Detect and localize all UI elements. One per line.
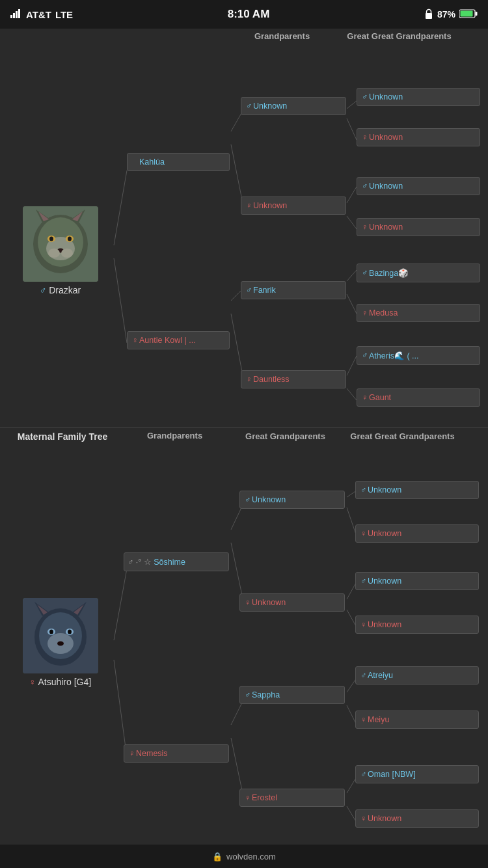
carrier-name: AT&T (26, 9, 51, 20)
mat-ggp2-label: Unknown (368, 529, 401, 538)
svg-line-17 (347, 216, 357, 229)
atreiyu-label: Atreiyu (368, 671, 393, 680)
ggp7-label: Atheris🌊 ( ... (369, 351, 418, 360)
drazkar-name: Drazkar (40, 285, 81, 295)
mat-ggp1-label: Unknown (368, 485, 401, 495)
mat-ggp4-label: Unknown (368, 620, 401, 629)
ggp3-unknown-male[interactable]: ♂ Unknown (357, 177, 480, 195)
gp4-label: Dauntless (253, 375, 290, 384)
svg-rect-7 (460, 10, 472, 16)
mat-ggp3[interactable]: ♂ Unknown (355, 572, 479, 590)
svg-rect-0 (10, 15, 12, 18)
maternal-family-tree: Atsuhiro [G4] ♂ ·° ☆ Sōshime ♀ Nemesis ♂… (0, 445, 488, 868)
status-bar: AT&T LTE 8:10 AM 87% (0, 0, 488, 29)
ggp2-label: Unknown (369, 133, 403, 142)
ggp8-label: Gaunt (369, 393, 391, 402)
parent-soshime[interactable]: ♂ ·° ☆ Sōshime (124, 552, 229, 571)
paternal-greatgrandparents-header: Great Great Grandparents (339, 29, 459, 44)
gp4-dauntless[interactable]: ♀ Dauntless (241, 370, 346, 388)
svg-point-33 (68, 237, 72, 241)
erostel-label: Erostel (252, 793, 277, 802)
maternal-greatgreatgrand-header: Great Great Grandparents (342, 431, 463, 444)
bottom-bar: 🔒 wolvden.com (0, 845, 488, 868)
paternal-family-tree: Drazkar Kahlúa ♀ Auntie Kowl | ... ♂ Unk… (0, 44, 488, 421)
mat-ggp8-label: Unknown (368, 814, 401, 823)
mat-ggp8[interactable]: ♀ Unknown (355, 809, 479, 828)
svg-line-37 (114, 569, 127, 640)
svg-rect-1 (13, 13, 15, 18)
gp3-fanrik[interactable]: ♂ Fanrik (241, 281, 346, 299)
mat-ggp5-atreiyu[interactable]: ♂ Atreiyu (355, 666, 479, 685)
atsuhiro-avatar (23, 598, 98, 673)
paternal-grandparents-header: Grandparents (225, 29, 339, 44)
svg-point-61 (49, 629, 53, 634)
footer-lock-icon: 🔒 (212, 852, 223, 861)
svg-line-8 (114, 170, 127, 245)
signal-icon (10, 9, 22, 20)
gp2-unknown-female[interactable]: ♀ Unknown (241, 197, 346, 215)
gp2-label: Unknown (253, 201, 287, 210)
maternal-family-tree-header: Maternal Family Tree (4, 431, 121, 444)
svg-point-63 (57, 641, 64, 645)
sappha-label: Sappha (252, 690, 280, 699)
ggp5-label: Bazinga🎲 (369, 269, 409, 278)
svg-rect-3 (18, 9, 20, 18)
svg-point-35 (48, 249, 60, 258)
ggp1-label: Unknown (369, 92, 403, 102)
svg-point-62 (68, 629, 72, 634)
kahlua-node[interactable]: Kahlúa (127, 153, 230, 171)
mat-ggp1[interactable]: ♂ Unknown (355, 481, 479, 499)
svg-line-38 (114, 660, 127, 757)
atsuhiro-name: Atsuhiro [G4] (29, 677, 91, 687)
subject-atsuhiro[interactable]: Atsuhiro [G4] (7, 598, 114, 687)
maternal-greatgrand-header: Great Grandparents (228, 431, 342, 444)
svg-point-36 (61, 249, 73, 258)
ggp7-atheris[interactable]: ♂ Atheris🌊 ( ... (357, 346, 480, 365)
svg-line-20 (347, 356, 357, 375)
mat-ggp6-meiyu[interactable]: ♀ Meiyu (355, 711, 479, 729)
ggp5-bazinga[interactable]: ♂ Bazinga🎲 (357, 264, 480, 282)
mat-gp2-label: Unknown (252, 598, 286, 607)
mat-ggp2[interactable]: ♀ Unknown (355, 524, 479, 543)
subject-drazkar[interactable]: Drazkar (7, 206, 114, 295)
parent-nemesis[interactable]: ♀ Nemesis (124, 744, 229, 763)
auntie-kowl-node[interactable]: ♀ Auntie Kowl | ... (127, 331, 230, 349)
ggp2-unknown-female[interactable]: ♀ Unknown (357, 128, 480, 146)
mat-ggp4[interactable]: ♀ Unknown (355, 616, 479, 634)
svg-line-15 (347, 118, 357, 140)
svg-point-32 (49, 237, 53, 241)
meiyu-label: Meiyu (368, 715, 389, 724)
auntie-kowl-label: Auntie Kowl | ... (139, 336, 196, 345)
mat-gp1-label: Unknown (252, 495, 286, 504)
battery-percent: 87% (437, 9, 455, 20)
svg-rect-2 (16, 11, 18, 18)
mat-gp4-erostel[interactable]: ♀ Erostel (239, 789, 345, 807)
ggp4-unknown-female[interactable]: ♀ Unknown (357, 218, 480, 236)
ggp3-label: Unknown (369, 182, 403, 191)
ggp4-label: Unknown (369, 223, 403, 232)
drazkar-avatar (23, 206, 98, 282)
mat-gp1[interactable]: ♂ Unknown (239, 491, 345, 509)
gp1-unknown-male[interactable]: ♂ Unknown (241, 97, 346, 115)
svg-line-16 (347, 187, 357, 203)
svg-line-18 (347, 270, 357, 281)
parent-kahlua[interactable]: Kahlúa (127, 153, 230, 171)
oman-label: Oman [NBW] (368, 770, 416, 779)
svg-line-14 (347, 101, 357, 109)
mat-ggp7-oman[interactable]: ♂ Oman [NBW] (355, 765, 479, 783)
soshime-prefix: ♂ ·° ☆ (128, 558, 154, 567)
paternal-column-headers: Grandparents Great Great Grandparents (0, 29, 488, 44)
ggp6-medusa[interactable]: ♀ Medusa (357, 304, 480, 322)
ggp8-gaunt[interactable]: ♀ Gaunt (357, 388, 480, 407)
mat-gp3-sappha[interactable]: ♂ Sappha (239, 686, 345, 704)
battery-icon (459, 9, 478, 20)
svg-rect-6 (475, 12, 477, 16)
footer-url: wolvden.com (226, 852, 276, 861)
mat-gp2[interactable]: ♀ Unknown (239, 593, 345, 612)
ggp1-unknown-male[interactable]: ♂ Unknown (357, 88, 480, 106)
svg-line-19 (347, 294, 357, 314)
parent-auntie-kowl[interactable]: ♀ Auntie Kowl | ... (127, 331, 230, 349)
ggp6-label: Medusa (369, 308, 398, 318)
network-type: LTE (55, 9, 73, 20)
soshime-label: Sōshime (154, 558, 185, 567)
